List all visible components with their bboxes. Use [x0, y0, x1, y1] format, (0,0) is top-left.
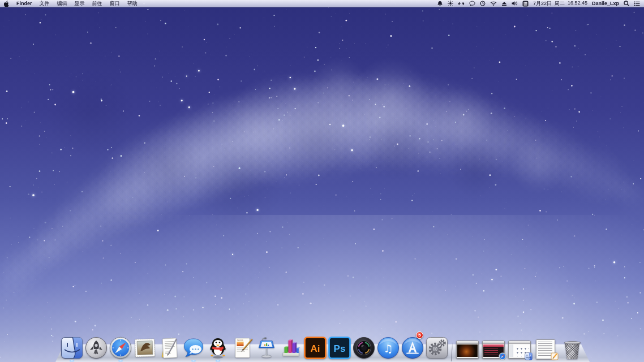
menu-view[interactable]: 显示	[75, 0, 85, 7]
svg-text:Ai: Ai	[310, 343, 320, 354]
svg-text:♫: ♫	[383, 342, 393, 355]
appstore-icon	[401, 337, 424, 359]
dock-item-numbers[interactable]	[278, 333, 303, 359]
wifi-icon[interactable]	[490, 1, 497, 6]
aperture-icon	[353, 337, 375, 359]
textedit-icon	[158, 337, 181, 359]
dock-item-appstore[interactable]: 5	[400, 333, 424, 359]
app-menu-finder[interactable]: Finder	[16, 1, 32, 6]
menu-window[interactable]: 窗口	[110, 0, 120, 7]
trash-icon	[564, 341, 581, 359]
finder-icon	[61, 337, 83, 359]
dock-minimized-document-window[interactable]	[533, 333, 559, 359]
dock-item-trash[interactable]	[559, 333, 586, 359]
clock-date: 7月22日	[533, 0, 552, 7]
document-editor-badge-icon	[551, 352, 559, 360]
apple-menu-icon[interactable]	[4, 1, 9, 7]
running-indicator	[118, 360, 123, 362]
time-machine-icon[interactable]	[480, 1, 486, 6]
menu-clock[interactable]: 7月22日 周二 16:52:45	[533, 0, 587, 7]
dock-item-launchpad[interactable]	[84, 333, 108, 359]
qq-icon	[207, 337, 229, 359]
spotlight-icon[interactable]	[624, 1, 629, 6]
running-indicator	[215, 360, 221, 362]
dock-item-itunes[interactable]: ♫	[376, 333, 400, 359]
photoshop-icon: Ps	[328, 337, 351, 359]
illustrator-icon: Ai	[304, 337, 327, 359]
dock-item-qq[interactable]	[205, 333, 230, 359]
dock-item-pages[interactable]: PAGES	[230, 333, 254, 359]
dock-item-finder[interactable]	[59, 333, 84, 359]
dock-item-textedit[interactable]	[157, 333, 181, 359]
clock-time: 16:52:45	[568, 0, 587, 7]
dock-item-keynote[interactable]	[254, 333, 278, 359]
volume-icon[interactable]	[512, 1, 518, 6]
menu-help[interactable]: 帮助	[127, 0, 138, 7]
system-preferences-icon	[426, 337, 448, 359]
menu-edit[interactable]: 编辑	[57, 0, 67, 7]
menu-bar-right: 7月22日 周二 16:52:45 Danile_Lxp	[437, 0, 640, 7]
eject-icon[interactable]	[501, 1, 507, 6]
user-menu[interactable]: Danile_Lxp	[592, 1, 619, 6]
numbers-icon	[280, 337, 302, 359]
dock-divider	[449, 333, 454, 359]
dock-item-photoshop[interactable]: Ps	[327, 333, 351, 359]
chat-bubble-icon[interactable]	[469, 1, 475, 6]
bell-icon[interactable]	[437, 1, 443, 6]
dock-item-messages[interactable]	[181, 333, 205, 359]
menu-bar: Finder 文件 编辑 显示 前往 窗口 帮助	[0, 0, 644, 7]
dock-item-mail[interactable]	[132, 333, 157, 359]
dock-minimized-safari-window[interactable]	[480, 333, 506, 359]
minimized-photo-window-thumbnail	[456, 341, 479, 359]
clock-weekday: 周二	[555, 0, 565, 7]
switch-arrows-icon[interactable]	[458, 1, 465, 6]
input-method-icon[interactable]	[522, 1, 529, 7]
launchpad-icon	[85, 337, 108, 359]
menu-go[interactable]: 前往	[92, 0, 102, 7]
pages-icon: PAGES	[231, 337, 254, 359]
dock-items: PAGES	[59, 333, 586, 359]
safari-icon	[109, 337, 132, 359]
svg-text:PAGES: PAGES	[237, 339, 243, 342]
dock-minimized-photo-window[interactable]	[454, 333, 480, 359]
itunes-icon: ♫	[377, 337, 400, 359]
mail-icon	[134, 337, 156, 359]
dock-item-safari[interactable]	[108, 333, 132, 359]
dock-item-system-preferences[interactable]	[424, 333, 449, 359]
dock-minimized-finder-window[interactable]	[506, 333, 533, 359]
svg-text:Ps: Ps	[333, 343, 345, 354]
dock-item-illustrator[interactable]: Ai	[303, 333, 327, 359]
messages-icon	[182, 337, 205, 359]
wallpaper-starfield	[0, 0, 644, 362]
running-indicator	[69, 360, 75, 362]
safari-badge-icon	[499, 352, 506, 360]
finder-badge-icon	[525, 352, 533, 360]
brightness-icon[interactable]	[448, 1, 453, 6]
menu-file[interactable]: 文件	[40, 0, 50, 7]
menu-bar-left: Finder 文件 编辑 显示 前往 窗口 帮助	[4, 0, 138, 7]
running-indicator	[191, 360, 196, 362]
keynote-icon	[255, 337, 278, 359]
dock: PAGES	[55, 329, 590, 362]
appstore-badge: 5	[416, 331, 423, 339]
notification-center-icon[interactable]	[634, 1, 640, 6]
dock-item-aperture[interactable]	[351, 333, 376, 359]
